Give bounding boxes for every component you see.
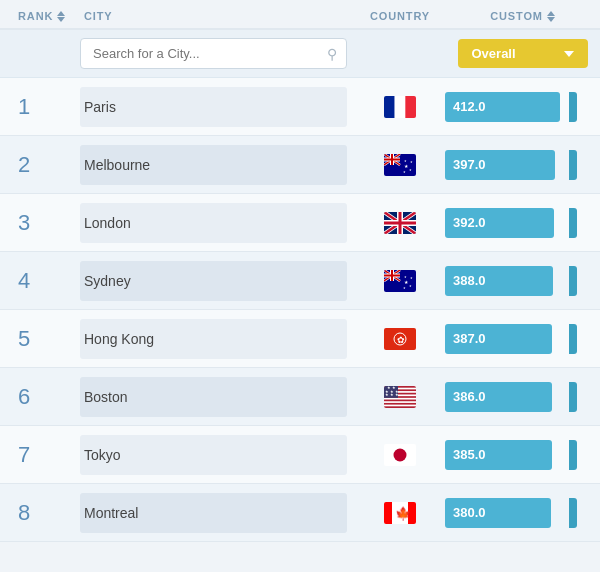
svg-rect-60 — [384, 502, 392, 524]
country-flag: ★ ★ ★ ★ ★ — [384, 270, 416, 292]
score-bar: 397.0 — [445, 150, 555, 180]
country-cell: ★ ★ ★ ★ ★ — [355, 154, 445, 176]
country-flag — [384, 96, 416, 118]
country-cell — [355, 444, 445, 466]
rank-cell: 2 — [0, 152, 80, 178]
svg-text:★: ★ — [404, 275, 407, 279]
svg-text:★★: ★★ — [387, 386, 397, 390]
svg-rect-52 — [384, 406, 416, 408]
score-bar: 386.0 — [445, 382, 552, 412]
svg-rect-1 — [395, 96, 406, 118]
search-input[interactable] — [80, 38, 347, 69]
score-bar: 380.0 — [445, 498, 551, 528]
svg-text:★: ★ — [409, 168, 412, 172]
city-cell: London — [80, 203, 347, 243]
score-cell: 386.0 — [445, 382, 600, 412]
score-bar-wrap: 388.0 — [445, 266, 575, 296]
country-column-header: COUNTRY — [355, 10, 445, 22]
city-cell: Paris — [80, 87, 347, 127]
table-row: 4 Sydney ★ ★ ★ ★ ★ 388.0 — [0, 252, 600, 310]
table-row: 8 Montreal 🍁 380.0 — [0, 484, 600, 542]
custom-sort-icon[interactable] — [547, 11, 555, 22]
svg-text:★: ★ — [410, 160, 413, 164]
table-header: RANK CITY COUNTRY CUSTOM — [0, 0, 600, 30]
rank-cell: 1 — [0, 94, 80, 120]
overall-label: Overall — [472, 46, 516, 61]
score-bar-wrap: 385.0 — [445, 440, 575, 470]
svg-text:★: ★ — [410, 276, 413, 280]
svg-text:★: ★ — [403, 170, 406, 174]
score-bar-wrap: 386.0 — [445, 382, 575, 412]
svg-rect-12 — [384, 158, 400, 160]
country-header-label: COUNTRY — [370, 10, 430, 22]
country-flag: ✿ — [384, 328, 416, 350]
score-value: 385.0 — [453, 447, 486, 462]
rank-cell: 5 — [0, 326, 80, 352]
country-flag: ★★★ ★★★ ★★ — [384, 386, 416, 408]
overall-dropdown[interactable]: Overall — [458, 39, 588, 68]
score-cell: 388.0 — [445, 266, 600, 296]
svg-rect-0 — [384, 96, 395, 118]
rank-cell: 3 — [0, 210, 80, 236]
rank-cell: 7 — [0, 442, 80, 468]
table-row: 6 Boston ★★★ ★★★ ★★ 386.0 — [0, 368, 600, 426]
country-cell: ✿ — [355, 328, 445, 350]
table-body: 1 Paris 412.0 2 Melbourne — [0, 78, 600, 542]
country-cell — [355, 212, 445, 234]
rank-column-header[interactable]: RANK — [0, 10, 80, 22]
custom-header-label: CUSTOM — [490, 10, 543, 22]
score-side-indicator — [569, 266, 577, 296]
score-side-indicator — [569, 150, 577, 180]
custom-column-header[interactable]: CUSTOM — [445, 10, 600, 22]
chevron-down-icon — [564, 51, 574, 57]
city-cell: Boston — [80, 377, 347, 417]
score-bar: 385.0 — [445, 440, 552, 470]
table-row: 7 Tokyo 385.0 — [0, 426, 600, 484]
score-bar-wrap: 412.0 — [445, 92, 575, 122]
score-cell: 387.0 — [445, 324, 600, 354]
search-input-wrapper: ⚲ — [80, 38, 347, 69]
city-cell: Sydney — [80, 261, 347, 301]
country-cell — [355, 96, 445, 118]
svg-rect-51 — [384, 402, 416, 404]
score-side-indicator — [569, 208, 577, 238]
score-bar-wrap: 397.0 — [445, 150, 575, 180]
svg-rect-36 — [384, 274, 400, 276]
table-row: 3 London 392.0 — [0, 194, 600, 252]
svg-text:★: ★ — [404, 159, 407, 163]
score-bar: 392.0 — [445, 208, 554, 238]
city-cell: Tokyo — [80, 435, 347, 475]
country-flag: ★ ★ ★ ★ ★ — [384, 154, 416, 176]
city-cell: Hong Kong — [80, 319, 347, 359]
country-cell: ★ ★ ★ ★ ★ — [355, 270, 445, 292]
score-side-indicator — [569, 92, 577, 122]
rank-sort-icon[interactable] — [57, 11, 65, 22]
score-cell: 392.0 — [445, 208, 600, 238]
city-cell: Melbourne — [80, 145, 347, 185]
score-bar-wrap: 392.0 — [445, 208, 575, 238]
score-side-indicator — [569, 324, 577, 354]
rank-header-label: RANK — [18, 10, 53, 22]
score-bar-wrap: 380.0 — [445, 498, 575, 528]
svg-point-58 — [394, 448, 407, 461]
svg-rect-26 — [384, 221, 416, 224]
score-bar: 387.0 — [445, 324, 552, 354]
score-value: 392.0 — [453, 215, 486, 230]
score-cell: 385.0 — [445, 440, 600, 470]
score-value: 397.0 — [453, 157, 486, 172]
svg-text:★: ★ — [409, 284, 412, 288]
table-row: 5 Hong Kong ✿ 387.0 — [0, 310, 600, 368]
search-row: ⚲ Overall — [0, 30, 600, 78]
score-value: 388.0 — [453, 273, 486, 288]
country-flag — [384, 444, 416, 466]
score-cell: 397.0 — [445, 150, 600, 180]
city-header-label: CITY — [84, 10, 113, 22]
score-value: 387.0 — [453, 331, 486, 346]
score-bar: 412.0 — [445, 92, 560, 122]
score-bar: 388.0 — [445, 266, 553, 296]
svg-text:✿: ✿ — [397, 334, 405, 344]
search-city-col: ⚲ — [80, 38, 355, 69]
score-side-indicator — [569, 382, 577, 412]
rank-cell: 8 — [0, 500, 80, 526]
country-flag: 🍁 — [384, 502, 416, 524]
